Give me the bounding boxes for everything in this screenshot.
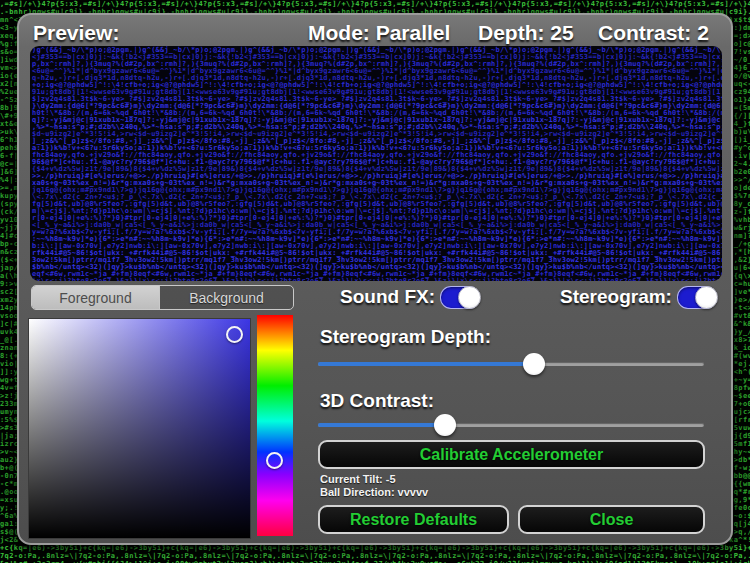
slider-fill: [318, 362, 534, 366]
depth-value: Depth: 25: [478, 21, 574, 45]
stereogram-depth-label: Stereogram Depth:: [320, 326, 491, 348]
stereogram-toggle[interactable]: [677, 286, 717, 309]
tilt-status: Current Tilt: -5 Ball Direction: vvvvv: [320, 473, 428, 499]
mode-value: Mode: Parallel: [308, 21, 450, 45]
slider-knob[interactable]: [434, 414, 456, 436]
slider-knob[interactable]: [523, 353, 545, 375]
current-tilt-text: Current Tilt: -5: [320, 473, 428, 486]
stereogram-depth-slider[interactable]: [318, 353, 704, 375]
stereogram-row: Stereogram:: [560, 286, 717, 308]
sound-fx-row: Sound FX:: [340, 286, 480, 308]
ball-direction-text: Ball Direction: vvvvv: [320, 486, 428, 499]
3d-contrast-label: 3D Contrast:: [320, 390, 434, 412]
slider-fill: [318, 423, 445, 427]
sound-fx-label: Sound FX:: [340, 286, 435, 308]
stereogram-label: Stereogram:: [560, 286, 672, 308]
preview-label: Preview:: [33, 21, 119, 45]
hue-selector-dot[interactable]: [266, 452, 283, 469]
stereogram-toggle-knob[interactable]: [695, 286, 718, 309]
sound-fx-toggle-knob[interactable]: [458, 286, 481, 309]
hue-bar[interactable]: [257, 315, 293, 536]
preview-area: )g^(&&j_~b/\*p)o;@2pgm.|)g^(&&j_~b/\*p)o…: [30, 46, 722, 281]
contrast-value: Contrast: 2: [598, 21, 709, 45]
close-button[interactable]: Close: [518, 505, 705, 534]
color-saturation-square[interactable]: [28, 318, 251, 539]
app-screen: ,=#s]/+\}4?p{5:x3,=#s]/+\}4?p{5:x3,=#s]/…: [0, 0, 750, 563]
color-selector-dot[interactable]: [226, 326, 243, 343]
calibrate-accelerometer-button[interactable]: Calibrate Accelerometer: [318, 440, 705, 469]
tab-foreground[interactable]: Foreground: [32, 286, 160, 309]
sound-fx-toggle[interactable]: [440, 286, 480, 309]
settings-panel: Preview: Mode: Parallel Depth: 25 Contra…: [17, 13, 733, 545]
restore-defaults-button[interactable]: Restore Defaults: [318, 505, 509, 534]
color-target-segmented-control: Foreground Background: [31, 285, 294, 310]
3d-contrast-slider[interactable]: [318, 414, 704, 436]
tab-background[interactable]: Background: [160, 286, 293, 309]
